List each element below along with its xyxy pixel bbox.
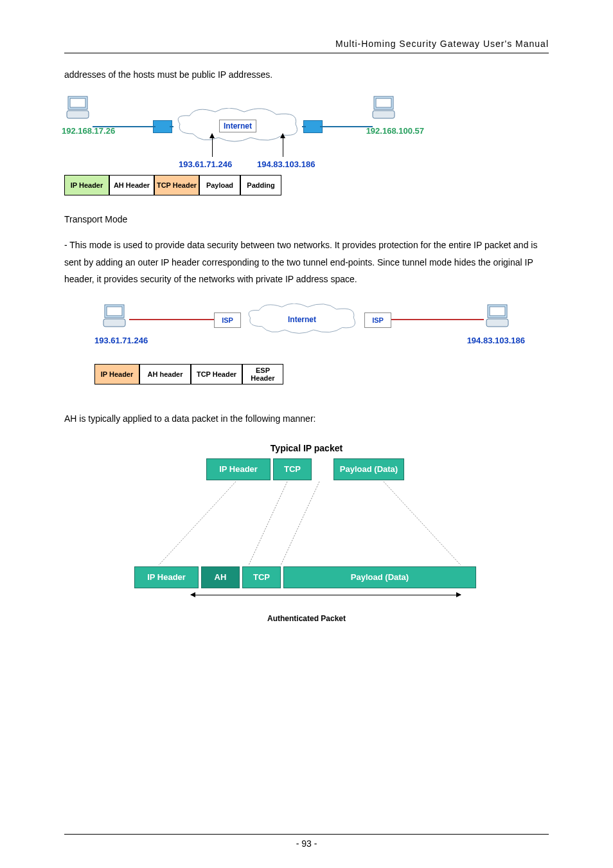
- svg-line-14: [281, 482, 319, 565]
- svg-rect-7: [107, 307, 122, 316]
- ah-intro-line: AH is typically applied to a data packet…: [64, 410, 549, 428]
- isp-left: ISP: [214, 312, 241, 328]
- packet-cell: IP Header: [64, 175, 109, 195]
- svg-rect-1: [70, 98, 85, 107]
- ip-left: 193.61.71.246: [94, 336, 148, 345]
- transport-heading: Transport Mode: [64, 211, 549, 228]
- fanout-lines: [127, 482, 486, 565]
- ip-left: 192.168.17.26: [62, 126, 115, 136]
- isp-right: ISP: [364, 312, 391, 328]
- intro-line: addresses of the hosts must be public IP…: [64, 66, 549, 84]
- link-line: [321, 126, 373, 127]
- computer-icon: [484, 303, 512, 332]
- pkt-tcp: TCP: [273, 458, 312, 480]
- auth-range: [127, 593, 486, 608]
- auth-range-line: [191, 595, 461, 595]
- pkt-ip-header: IP Header: [134, 566, 199, 588]
- packet-cell: AH Header: [109, 175, 154, 195]
- svg-rect-4: [376, 98, 391, 107]
- router-ip-right: 194.83.103.186: [257, 159, 315, 169]
- wan-link: [129, 319, 214, 320]
- page-footer: - 93 -: [64, 834, 549, 849]
- host-right: [370, 95, 398, 123]
- link-line: [93, 126, 154, 127]
- pkt-payload: Payload (Data): [333, 458, 404, 480]
- pkt-ip-header: IP Header: [206, 458, 271, 480]
- svg-rect-8: [103, 319, 125, 327]
- arrow-up: [212, 134, 213, 157]
- computer-icon: [370, 95, 398, 123]
- ah-diagram-caption: Typical IP packet: [127, 443, 486, 453]
- pkt-tcp: TCP: [242, 566, 281, 588]
- internet-cloud: Internet: [240, 303, 364, 336]
- packet-row-1: IP HeaderAH HeaderTCP HeaderPayloadPaddi…: [64, 175, 411, 195]
- router-ip-left: 193.61.71.246: [179, 159, 232, 169]
- arrow-up: [283, 134, 283, 157]
- computer-icon: [101, 303, 129, 332]
- router-icon: [303, 120, 323, 133]
- svg-rect-5: [373, 111, 395, 118]
- packet-cell: TCP Header: [154, 175, 199, 195]
- host-left: [101, 303, 129, 332]
- svg-rect-10: [490, 307, 505, 316]
- ip-right: 194.83.103.186: [467, 336, 525, 345]
- svg-rect-2: [67, 111, 89, 118]
- svg-line-12: [159, 482, 236, 565]
- pkt-ah: AH: [201, 566, 240, 588]
- packet-cell: Payload: [199, 175, 240, 195]
- wan-link: [390, 319, 484, 320]
- packet-cell: Padding: [240, 175, 281, 195]
- host-left: [64, 95, 93, 123]
- packet-cell: AH header: [139, 364, 191, 384]
- auth-range-label: Authenticated Packet: [127, 608, 486, 623]
- ip-right: 192.168.100.57: [366, 126, 424, 136]
- page-header: Multi-Homing Security Gateway User's Man…: [64, 39, 549, 53]
- transport-para: - This mode is used to provide data secu…: [64, 237, 549, 288]
- cloud-label: Internet: [288, 315, 316, 324]
- cloud-label: Internet: [219, 120, 256, 132]
- svg-line-15: [384, 482, 461, 565]
- router-icon: [153, 120, 172, 133]
- packet-cell: ESP Header: [242, 364, 283, 384]
- packet-cell: TCP Header: [191, 364, 242, 384]
- pkt-payload: Payload (Data): [283, 566, 476, 588]
- packet-row-2: IP HeaderAH headerTCP HeaderESP Header: [94, 364, 519, 384]
- tunnel-mode-diagram: 192.168.17.26 192.168.100.57: [64, 95, 411, 195]
- ah-top-row: IP Header TCP Payload (Data): [127, 458, 486, 480]
- ah-bottom-row: IP Header AH TCP Payload (Data): [127, 566, 486, 588]
- page-number: - 93 -: [296, 838, 317, 849]
- transport-mode-diagram: 193.61.71.246 194.83.103.186 ISP ISP Int…: [94, 303, 519, 384]
- host-right: [484, 303, 512, 332]
- packet-cell: IP Header: [94, 364, 139, 384]
- computer-icon: [64, 95, 93, 123]
- svg-line-13: [249, 482, 287, 565]
- svg-rect-11: [486, 319, 508, 327]
- ah-packet-diagram: Typical IP packet IP Header TCP Payload …: [127, 443, 486, 623]
